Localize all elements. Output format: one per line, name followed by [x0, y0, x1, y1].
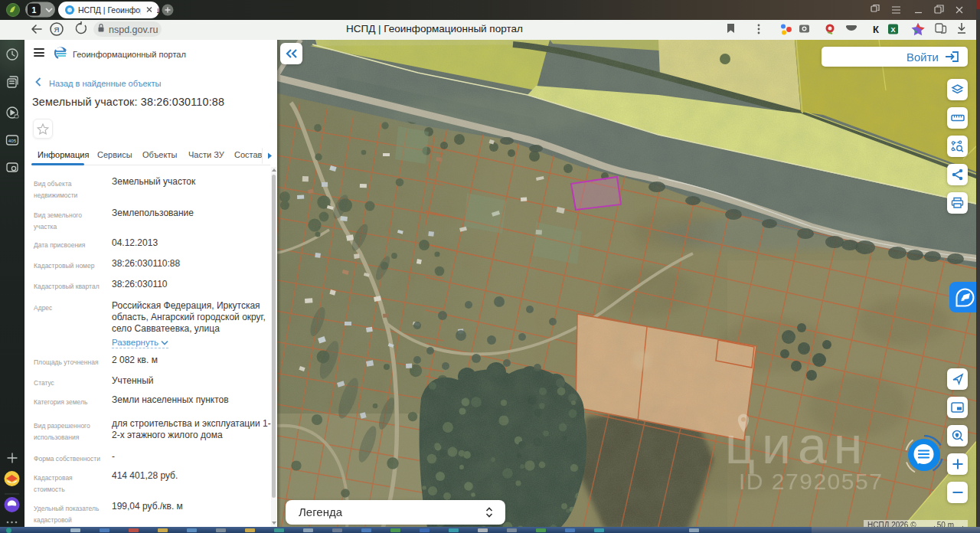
svg-text:405: 405 — [8, 138, 17, 143]
svg-text:1: 1 — [32, 5, 37, 15]
svg-text:К: К — [873, 24, 879, 35]
svg-text:nspd.gov.ru: nspd.gov.ru — [109, 25, 158, 35]
svg-text:Я: Я — [54, 25, 60, 34]
svg-text:X: X — [890, 26, 895, 34]
